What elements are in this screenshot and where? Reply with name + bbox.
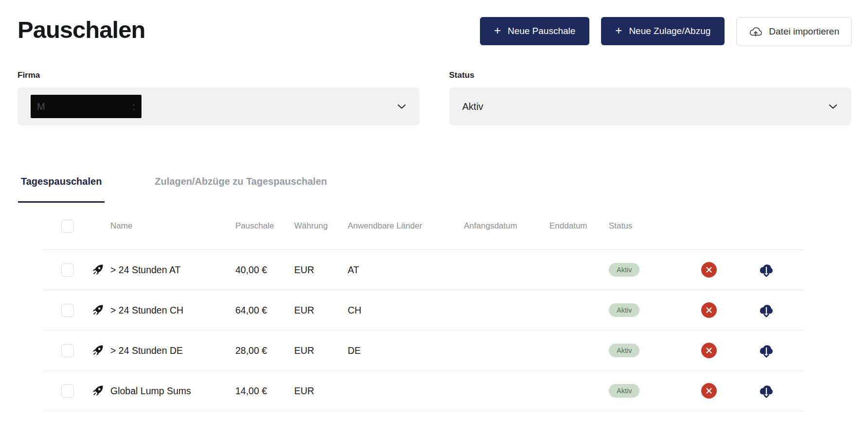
firma-label: Firma [18,70,420,80]
row-laender: DE [348,345,464,356]
download-button[interactable] [758,262,775,278]
status-selected-value: Aktiv [462,101,483,112]
row-pauschale: 40,00 € [235,264,294,276]
x-icon [706,307,712,314]
deactivate-button[interactable] [701,343,717,358]
table-row: > 24 Stunden AT 40,00 € EUR AT Aktiv [43,250,804,290]
row-laender: CH [348,305,464,316]
row-checkbox[interactable] [61,263,74,277]
column-status: Status [609,221,690,231]
status-badge: Aktiv [609,303,639,317]
x-icon [706,347,712,354]
row-checkbox[interactable] [61,344,74,357]
table-row: Global Lump Sums 14,00 € EUR Aktiv [43,371,804,411]
rocket-icon [91,344,104,357]
status-select[interactable]: Aktiv [449,87,851,125]
x-icon [706,266,712,273]
row-waehrung: EUR [294,305,348,316]
column-pauschale: Pauschale [235,221,294,231]
new-zulage-abzug-button[interactable]: + Neue Zulage/Abzug [601,17,725,45]
tab-zulagen-abzuege[interactable]: Zulagen/Abzüge zu Tagespauschalen [152,176,330,203]
column-name: Name [91,221,235,231]
status-label: Status [449,70,851,80]
import-file-button[interactable]: Datei importieren [736,17,852,46]
row-checkbox[interactable] [61,304,74,317]
plus-icon: + [494,25,501,36]
status-badge: Aktiv [609,384,639,398]
row-pauschale: 64,00 € [235,305,294,316]
table-header: Name Pauschale Währung Anwendbare Länder… [43,203,804,250]
cloud-download-icon [758,302,775,318]
tabs: Tagespauschalen Zulagen/Abzüge zu Tagesp… [18,176,868,203]
row-name: > 24 Stunden CH [110,305,183,316]
deactivate-button[interactable] [701,383,717,399]
column-waehrung: Währung [294,221,348,231]
cloud-download-icon [758,343,775,359]
column-anfangsdatum: Anfangsdatum [464,221,549,231]
rocket-icon [91,263,104,277]
plus-icon: + [615,25,622,36]
pauschalen-table: Name Pauschale Währung Anwendbare Länder… [43,203,804,411]
rocket-icon [91,304,104,317]
column-enddatum: Enddatum [549,221,609,231]
firma-select[interactable]: M : [18,87,420,125]
deactivate-button[interactable] [701,262,717,278]
rocket-icon [91,385,104,398]
row-waehrung: EUR [294,264,348,276]
pauschalen-page: Pauschalen + Neue Pauschale + Neue Zulag… [0,0,868,437]
cloud-download-icon [758,262,775,278]
row-waehrung: EUR [294,345,348,356]
topbar: Pauschalen + Neue Pauschale + Neue Zulag… [0,0,868,46]
filters: Firma M : Status Aktiv [0,70,868,125]
chevron-down-icon [398,105,406,109]
row-waehrung: EUR [294,385,348,397]
status-badge: Aktiv [609,263,639,277]
status-badge: Aktiv [609,344,639,358]
new-pauschale-label: Neue Pauschale [508,26,575,36]
header-actions: + Neue Pauschale + Neue Zulage/Abzug Dat… [480,15,852,46]
tab-tagespauschalen[interactable]: Tagespauschalen [18,176,105,203]
new-zulage-abzug-label: Neue Zulage/Abzug [629,26,710,36]
download-button[interactable] [758,302,775,318]
row-name: Global Lump Sums [110,385,191,397]
row-pauschale: 28,00 € [235,345,294,356]
select-all-checkbox[interactable] [61,220,74,233]
import-file-label: Datei importieren [769,26,839,37]
row-checkbox[interactable] [61,385,74,398]
table-row: > 24 Stunden CH 64,00 € EUR CH Aktiv [43,290,804,331]
cloud-download-icon [758,383,775,399]
x-icon [706,387,712,394]
table-row: > 24 Stunden DE 28,00 € EUR DE Aktiv [43,331,804,371]
cloud-upload-icon [749,26,762,38]
download-button[interactable] [758,343,775,359]
row-laender: AT [348,264,464,276]
firma-filter: Firma M : [18,70,420,125]
chevron-down-icon [829,105,837,109]
row-name: > 24 Stunden DE [110,345,183,356]
deactivate-button[interactable] [701,302,717,318]
new-pauschale-button[interactable]: + Neue Pauschale [480,17,589,45]
column-laender: Anwendbare Länder [348,221,464,231]
row-name: > 24 Stunden AT [110,264,180,276]
page-title: Pauschalen [18,15,145,46]
row-pauschale: 14,00 € [235,385,294,397]
status-filter: Status Aktiv [449,70,851,125]
firma-redacted-value: M : [31,95,142,118]
download-button[interactable] [758,383,775,399]
